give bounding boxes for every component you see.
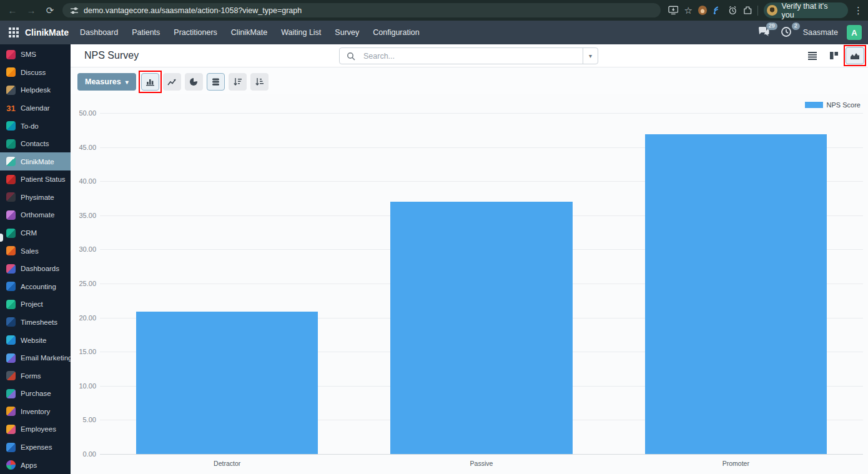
- forward-icon[interactable]: →: [24, 3, 39, 18]
- discuss-icon: [6, 67, 16, 77]
- search-bar[interactable]: ▾: [339, 47, 598, 64]
- monkey-extension-icon[interactable]: [698, 6, 708, 15]
- refresh-icon[interactable]: ⟳: [42, 3, 57, 18]
- pie-chart-button[interactable]: [185, 73, 203, 91]
- calendar-icon: 31: [6, 104, 16, 113]
- sidebar-item-helpdesk[interactable]: Helpdesk: [0, 81, 71, 99]
- sidebar-item-apps[interactable]: Apps: [0, 456, 71, 474]
- sidebar-item-clinikmate[interactable]: ClinikMate: [0, 152, 71, 170]
- nav-item-survey[interactable]: Survey: [335, 28, 359, 37]
- sidebar-item-crm[interactable]: CRM: [0, 224, 71, 242]
- y-axis-tick-label: 15.00: [74, 348, 96, 355]
- current-app-name[interactable]: ClinikMate: [25, 27, 69, 37]
- sidebar-item-forms[interactable]: Forms: [0, 367, 71, 385]
- panel-resize-notch[interactable]: [0, 234, 3, 242]
- list-view-button[interactable]: [803, 47, 822, 64]
- alarm-extension-icon[interactable]: [728, 6, 737, 15]
- view-switcher: [803, 47, 864, 64]
- sidebar-item-employees[interactable]: Employees: [0, 420, 71, 438]
- sidebar-item-label: Employees: [21, 425, 56, 433]
- sidebar-item-label: ClinikMate: [21, 158, 54, 165]
- extensions-puzzle-icon[interactable]: [743, 6, 752, 15]
- sidebar-item-sms[interactable]: SMS: [0, 46, 71, 64]
- legend-label: NPS Score: [827, 101, 861, 109]
- install-icon[interactable]: [668, 6, 678, 15]
- sort-ascending-icon: [255, 77, 264, 86]
- sidebar-item-orthomate[interactable]: Orthomate: [0, 206, 71, 224]
- measures-button[interactable]: Measures ▾: [77, 73, 136, 91]
- site-settings-icon[interactable]: [70, 6, 79, 15]
- x-axis-tick-label: Detractor: [100, 460, 354, 467]
- nav-item-configuration[interactable]: Configuration: [373, 28, 419, 37]
- sales-icon: [6, 246, 16, 255]
- sidebar-item-accounting[interactable]: Accounting: [0, 278, 71, 296]
- bar-passive[interactable]: [390, 202, 572, 454]
- orthomate-icon: [6, 210, 16, 220]
- user-avatar[interactable]: A: [847, 25, 862, 40]
- sidebar-item-patient-status[interactable]: Patient Status: [0, 170, 71, 189]
- pie-chart-icon: [189, 77, 198, 86]
- app-sidebar: SMSDiscussHelpdesk31CalendarTo-doContact…: [0, 44, 71, 474]
- sidebar-item-discuss[interactable]: Discuss: [0, 64, 71, 82]
- graph-view-icon: [850, 51, 860, 60]
- back-icon[interactable]: ←: [5, 3, 20, 18]
- timesheets-icon: [6, 317, 16, 327]
- bar-slot-promoter: Promoter: [609, 113, 863, 454]
- sort-descending-button[interactable]: [229, 73, 247, 91]
- profile-avatar-icon: [767, 5, 777, 16]
- graph-view-button[interactable]: [846, 47, 864, 64]
- nav-item-practitioners[interactable]: Practitioners: [174, 28, 217, 37]
- sidebar-item-label: Website: [21, 337, 46, 344]
- line-chart-button[interactable]: [163, 73, 181, 91]
- nav-item-waiting-list[interactable]: Waiting List: [281, 28, 321, 37]
- legend-item[interactable]: NPS Score: [805, 101, 861, 109]
- company-switcher[interactable]: Saasmate: [803, 28, 838, 37]
- sidebar-item-email-marketing[interactable]: Email Marketing: [0, 349, 71, 367]
- bar-detractor[interactable]: [136, 312, 318, 454]
- browser-chrome: ← → ⟳ demo.vantagecore.au/saasmate/actio…: [0, 0, 868, 21]
- nav-item-dashboard[interactable]: Dashboard: [80, 28, 118, 37]
- sidebar-item-timesheets[interactable]: Timesheets: [0, 314, 71, 332]
- sidebar-item-inventory[interactable]: Inventory: [0, 403, 71, 421]
- main-content: NPS Survey ▾ Meas: [71, 44, 868, 474]
- top-nav: ClinikMate DashboardPatientsPractitioner…: [0, 21, 868, 44]
- bar-chart-button[interactable]: [141, 73, 159, 91]
- search-input[interactable]: [360, 52, 583, 61]
- sidebar-item-sales[interactable]: Sales: [0, 242, 71, 260]
- activities-button[interactable]: 2: [781, 26, 794, 39]
- y-axis-tick-label: 5.00: [74, 416, 96, 423]
- y-axis-tick-label: 35.00: [74, 212, 96, 219]
- bar-promoter[interactable]: [645, 134, 827, 454]
- y-axis-tick-label: 50.00: [74, 109, 96, 117]
- page-title: NPS Survey: [84, 50, 139, 61]
- address-bar[interactable]: demo.vantagecore.au/saasmate/action-1058…: [62, 3, 661, 17]
- sidebar-item-label: Orthomate: [21, 211, 54, 219]
- sidebar-item-contacts[interactable]: Contacts: [0, 135, 71, 153]
- sidebar-item-purchase[interactable]: Purchase: [0, 385, 71, 403]
- verify-profile-button[interactable]: Verify that it's you: [764, 2, 848, 18]
- signal-extension-icon[interactable]: [713, 6, 723, 15]
- sidebar-item-label: Discuss: [21, 69, 46, 76]
- sidebar-item-to-do[interactable]: To-do: [0, 117, 71, 135]
- inventory-icon: [6, 407, 16, 416]
- sidebar-item-website[interactable]: Website: [0, 331, 71, 349]
- messages-button[interactable]: 29: [758, 26, 772, 39]
- sort-ascending-button[interactable]: [250, 73, 269, 91]
- divider: [757, 6, 758, 16]
- bookmark-star-icon[interactable]: ☆: [684, 5, 692, 16]
- sidebar-item-label: CRM: [21, 229, 37, 237]
- apps-icon: [6, 460, 16, 470]
- sidebar-item-project[interactable]: Project: [0, 295, 71, 314]
- search-dropdown-caret[interactable]: ▾: [583, 48, 598, 64]
- nav-item-clinikmate[interactable]: ClinikMate: [231, 28, 267, 37]
- nav-item-patients[interactable]: Patients: [132, 28, 160, 37]
- sidebar-item-label: Contacts: [21, 140, 49, 147]
- browser-menu-icon[interactable]: ⋮: [854, 5, 863, 16]
- sidebar-item-dashboards[interactable]: Dashboards: [0, 260, 71, 278]
- kanban-view-button[interactable]: [824, 47, 843, 64]
- sidebar-item-calendar[interactable]: 31Calendar: [0, 99, 71, 117]
- sidebar-item-expenses[interactable]: Expenses: [0, 438, 71, 457]
- stacked-button[interactable]: [207, 73, 225, 91]
- sidebar-item-physimate[interactable]: Physimate: [0, 189, 71, 207]
- apps-grid-icon[interactable]: [9, 27, 19, 37]
